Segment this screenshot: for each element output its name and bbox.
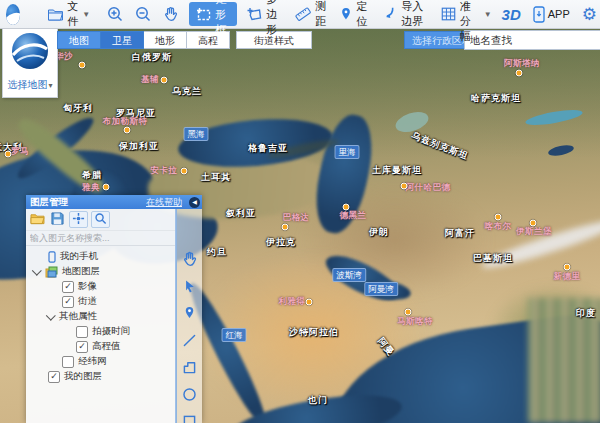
measure-button[interactable]: 测距	[291, 2, 329, 26]
app-button[interactable]: APP	[530, 2, 573, 26]
fit-view-button[interactable]	[69, 211, 88, 228]
city-label: 阿什哈巴德	[406, 182, 451, 194]
city-label: 德黑兰	[340, 210, 367, 222]
map-type-button-1[interactable]: 卫星	[101, 31, 144, 49]
file-menu-button[interactable]: 文件 ▼	[44, 2, 93, 26]
layer-tree-item[interactable]: 拍摄时间	[26, 324, 175, 339]
zoom-in-button[interactable]	[103, 2, 127, 26]
file-menu-label: 文件	[67, 0, 78, 29]
layer-tree-item[interactable]: ✓影像	[26, 279, 175, 294]
country-label: 哈萨克斯坦	[471, 92, 521, 105]
city-dot	[516, 70, 523, 77]
layer-tree-label: 地图图层	[62, 265, 100, 278]
open-folder-icon	[30, 212, 45, 227]
checkbox[interactable]	[62, 356, 74, 368]
checkbox[interactable]: ✓	[76, 341, 88, 353]
layer-tree-item[interactable]: ✓我的图层	[26, 369, 175, 384]
country-label: 希腊	[82, 169, 102, 182]
rectangle-select-button[interactable]: 矩形框	[189, 2, 237, 26]
search-layers-button[interactable]	[91, 211, 110, 228]
layer-panel-title: 图层管理	[30, 196, 68, 209]
save-button[interactable]	[49, 212, 66, 227]
layer-tree-item[interactable]: ✓高程值	[26, 339, 175, 354]
phone-icon	[533, 6, 545, 23]
city-dot	[306, 299, 313, 306]
save-disk-icon	[51, 212, 64, 227]
main-toolbar: 文件 ▼ 矩形框 多边形 测距 定位 导入边界 标准分幅 ▼ 3D APP	[0, 0, 600, 29]
three-d-button[interactable]: 3D	[499, 2, 524, 26]
layer-tree-label: 街道	[78, 295, 97, 308]
import-boundary-button[interactable]: 导入边界	[379, 2, 428, 26]
layer-manager-panel: 图层管理 在线帮助 ◀ 我的手机地图图层✓影像✓街道其他属性拍摄时间✓高程值经纬…	[26, 195, 202, 423]
layer-panel-body: 我的手机地图图层✓影像✓街道其他属性拍摄时间✓高程值经纬网✓我的图层	[26, 209, 176, 423]
layer-tree-item[interactable]: ✓街道	[26, 294, 175, 309]
polygon-plus-icon	[246, 6, 263, 22]
country-label: 土耳其	[201, 171, 231, 184]
rectangle-select-label: 矩形框	[215, 0, 231, 37]
layer-tree-item[interactable]: 经纬网	[26, 354, 175, 369]
select-map-label: 选择地图▾	[7, 78, 52, 92]
layer-panel-toolbar	[26, 209, 175, 231]
city-dot	[181, 168, 188, 175]
google-earth-logo-icon	[9, 31, 51, 75]
city-label: 安卡拉	[151, 165, 178, 177]
city-dot	[343, 204, 350, 211]
layer-tree-label: 经纬网	[78, 355, 107, 368]
import-boundary-label: 导入边界	[401, 0, 425, 29]
city-dot	[564, 264, 571, 271]
tree-expand-arrow-icon[interactable]	[46, 311, 56, 321]
select-map-tile[interactable]: 选择地图▾	[2, 28, 58, 98]
standard-sheet-button[interactable]: 标准分幅 ▼	[437, 2, 495, 26]
locate-label: 定位	[356, 0, 367, 29]
checkbox[interactable]: ✓	[62, 281, 74, 293]
tree-expand-arrow-icon[interactable]	[32, 266, 42, 276]
country-label: 保加利亚	[119, 140, 159, 153]
city-dot	[161, 77, 168, 84]
layer-tree-item[interactable]: 我的手机	[26, 249, 175, 264]
online-help-link[interactable]: 在线帮助	[146, 196, 182, 209]
pan-button[interactable]	[159, 2, 183, 26]
layer-search-input[interactable]	[26, 231, 175, 246]
country-label: 白俄罗斯	[132, 51, 172, 64]
country-label: 阿富汗	[445, 227, 475, 240]
country-label: 沙特阿拉伯	[289, 326, 339, 339]
checkbox[interactable]: ✓	[62, 296, 74, 308]
sea-label: 波斯湾	[332, 268, 366, 282]
country-label: 伊朗	[369, 226, 389, 239]
phone-icon	[48, 251, 56, 263]
collapse-panel-button[interactable]: ◀	[189, 197, 200, 208]
settings-button[interactable]: ⚙	[579, 2, 600, 26]
city-dot	[103, 184, 110, 191]
country-label: 印度	[576, 307, 596, 320]
map-type-button-2[interactable]: 地形	[144, 31, 187, 49]
city-dot	[282, 224, 289, 231]
layers-icon	[45, 266, 58, 278]
layer-tree-label: 拍摄时间	[92, 325, 130, 338]
app-label: APP	[548, 8, 570, 20]
zoom-out-button[interactable]	[131, 2, 155, 26]
country-label: 约旦	[207, 246, 227, 259]
map-type-button-0[interactable]: 地图	[57, 31, 101, 49]
layer-tree-label: 高程值	[92, 340, 121, 353]
layer-panel-header: 图层管理 在线帮助 ◀	[26, 195, 202, 209]
polygon-select-button[interactable]: 多边形	[243, 2, 285, 26]
sea-label: 黑海	[184, 127, 209, 141]
place-search-input[interactable]	[464, 30, 600, 50]
city-dot	[401, 183, 408, 190]
checkbox[interactable]: ✓	[48, 371, 60, 383]
country-label: 乌兹别克斯坦	[410, 129, 471, 163]
city-dot	[5, 151, 12, 158]
layer-tree-item[interactable]: 地图图层	[26, 264, 175, 279]
checkbox[interactable]	[76, 326, 88, 338]
chevron-down-icon: ▾	[48, 81, 52, 90]
sea-label: 红海	[222, 328, 247, 342]
country-label: 阿曼	[375, 335, 398, 359]
layer-tree-item[interactable]: 其他属性	[26, 309, 175, 324]
chevron-down-icon: ▼	[82, 10, 90, 19]
search-icon	[94, 212, 107, 227]
city-label: 喀布尔	[485, 221, 512, 233]
city-dot	[124, 127, 131, 134]
locate-button[interactable]: 定位	[336, 2, 370, 26]
country-label: 叙利亚	[226, 207, 256, 220]
open-file-button[interactable]	[29, 212, 46, 227]
